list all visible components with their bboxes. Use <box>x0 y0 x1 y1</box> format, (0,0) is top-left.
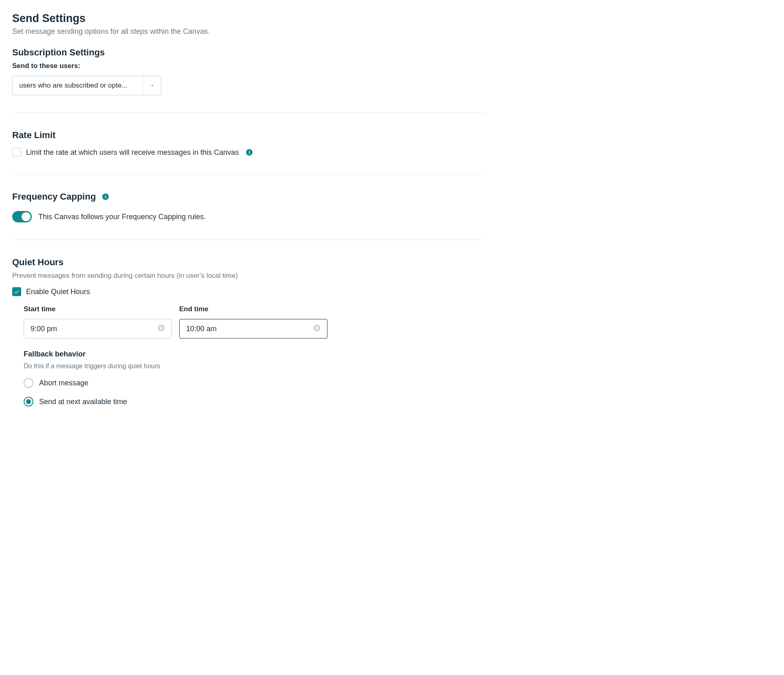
fallback-behavior-heading: Fallback behavior <box>24 350 485 358</box>
end-time-input[interactable]: 10:00 am <box>179 319 327 339</box>
fallback-send-next-label: Send at next available time <box>39 398 127 406</box>
start-time-value: 9:00 pm <box>31 325 57 333</box>
frequency-capping-heading: Frequency Capping <box>12 191 96 202</box>
send-to-users-select[interactable]: users who are subscribed or opte... <box>12 76 161 95</box>
fallback-abort-option[interactable]: Abort message <box>24 378 485 388</box>
info-icon[interactable]: i <box>102 193 109 200</box>
frequency-capping-text: This Canvas follows your Frequency Cappi… <box>38 213 206 221</box>
divider <box>12 174 485 174</box>
rate-limit-label[interactable]: Limit the rate at which users will recei… <box>26 148 239 157</box>
fallback-behavior-subtitle: Do this if a message triggers during qui… <box>24 363 485 370</box>
rate-limit-heading: Rate Limit <box>12 130 485 141</box>
frequency-capping-toggle[interactable] <box>12 211 32 222</box>
info-icon[interactable]: i <box>246 149 253 156</box>
send-to-users-label: Send to these users: <box>12 62 485 70</box>
send-to-users-value: users who are subscribed or opte... <box>13 76 143 95</box>
radio-button[interactable] <box>24 397 33 407</box>
quiet-hours-heading: Quiet Hours <box>12 257 485 268</box>
chevron-down-icon <box>143 76 161 95</box>
end-time-value: 10:00 am <box>186 325 217 333</box>
clock-icon <box>313 324 321 334</box>
page-subtitle: Set message sending options for all step… <box>12 27 485 36</box>
divider <box>12 112 485 113</box>
rate-limit-checkbox[interactable] <box>12 148 21 157</box>
enable-quiet-hours-label[interactable]: Enable Quiet Hours <box>26 288 90 296</box>
subscription-heading: Subscription Settings <box>12 47 485 58</box>
fallback-abort-label: Abort message <box>39 379 88 387</box>
page-title: Send Settings <box>12 12 485 25</box>
clock-icon <box>158 324 165 334</box>
radio-button[interactable] <box>24 378 33 388</box>
enable-quiet-hours-checkbox[interactable] <box>12 287 21 296</box>
end-time-label: End time <box>179 305 327 313</box>
start-time-label: Start time <box>24 305 172 313</box>
quiet-hours-subtitle: Prevent messages from sending during cer… <box>12 272 485 280</box>
start-time-input[interactable]: 9:00 pm <box>24 319 172 339</box>
fallback-send-next-option[interactable]: Send at next available time <box>24 397 485 407</box>
divider <box>12 240 485 240</box>
